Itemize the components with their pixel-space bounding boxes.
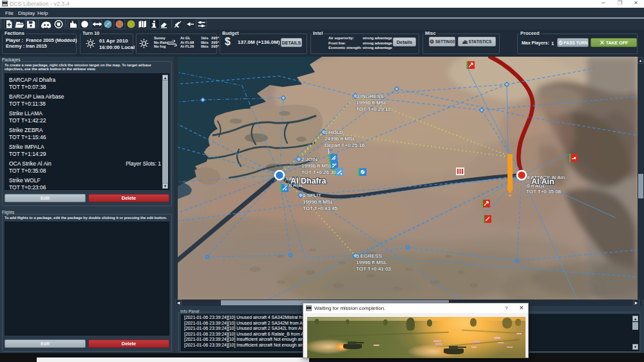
svg-text:19996 ft MSL: 19996 ft MSL	[301, 163, 332, 169]
svg-text:TOT T+0:43:45: TOT T+0:43:45	[303, 205, 338, 211]
svg-text:1 HOLD: 1 HOLD	[325, 129, 343, 135]
svg-text:19996 ft MSL: 19996 ft MSL	[303, 199, 334, 205]
svg-text:TOT T+0:41:03: TOT T+0:41:03	[356, 266, 392, 272]
svg-text:Depart T+0:25:16: Depart T+0:25:16	[325, 142, 365, 148]
svg-text:2 JOIN: 2 JOIN	[301, 157, 317, 162]
svg-text:TOT T+0:35:08: TOT T+0:35:08	[526, 189, 562, 195]
svg-text:24996 ft MSL: 24996 ft MSL	[325, 136, 355, 142]
svg-text:Al Ain: Al Ain	[531, 177, 554, 186]
svg-text:6 SPLIT: 6 SPLIT	[303, 193, 321, 198]
svg-text:TOT T+0:29:12: TOT T+0:29:12	[356, 106, 392, 112]
svg-text:3 INGRESS: 3 INGRESS	[356, 93, 384, 99]
svg-text:Al Dhafra: Al Dhafra	[290, 176, 327, 186]
svg-text:19996 ft MSL: 19996 ft MSL	[356, 260, 387, 265]
svg-text:TOT T+0:26:30: TOT T+0:26:30	[301, 169, 337, 175]
svg-text:5 EGRESS: 5 EGRESS	[356, 253, 382, 259]
svg-text:19996 ft MSL: 19996 ft MSL	[356, 100, 387, 106]
